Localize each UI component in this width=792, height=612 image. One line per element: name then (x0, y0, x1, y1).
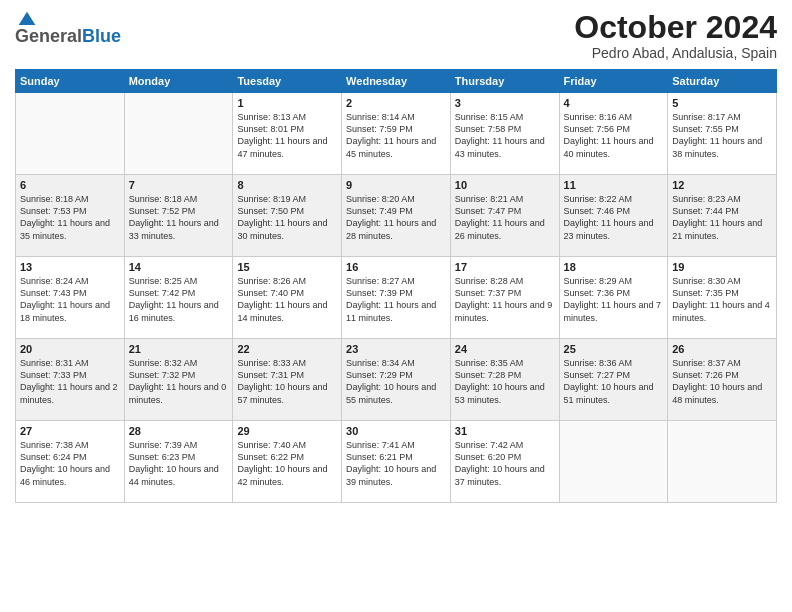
day-number: 31 (455, 425, 555, 437)
calendar-header-thursday: Thursday (450, 70, 559, 93)
logo: General Blue (15, 10, 121, 47)
day-info: Sunrise: 8:17 AMSunset: 7:55 PMDaylight:… (672, 111, 772, 160)
day-info: Sunrise: 7:38 AMSunset: 6:24 PMDaylight:… (20, 439, 120, 488)
day-info: Sunrise: 7:40 AMSunset: 6:22 PMDaylight:… (237, 439, 337, 488)
day-info: Sunrise: 7:42 AMSunset: 6:20 PMDaylight:… (455, 439, 555, 488)
day-info: Sunrise: 8:32 AMSunset: 7:32 PMDaylight:… (129, 357, 229, 406)
calendar-cell-day-24: 24Sunrise: 8:35 AMSunset: 7:28 PMDayligh… (450, 339, 559, 421)
calendar-cell-day-17: 17Sunrise: 8:28 AMSunset: 7:37 PMDayligh… (450, 257, 559, 339)
calendar-header-row: SundayMondayTuesdayWednesdayThursdayFrid… (16, 70, 777, 93)
calendar-cell-day-22: 22Sunrise: 8:33 AMSunset: 7:31 PMDayligh… (233, 339, 342, 421)
day-number: 14 (129, 261, 229, 273)
calendar-cell-day-10: 10Sunrise: 8:21 AMSunset: 7:47 PMDayligh… (450, 175, 559, 257)
header: General Blue October 2024 Pedro Abad, An… (15, 10, 777, 61)
calendar-cell-day-4: 4Sunrise: 8:16 AMSunset: 7:56 PMDaylight… (559, 93, 668, 175)
location: Pedro Abad, Andalusia, Spain (574, 45, 777, 61)
page: General Blue October 2024 Pedro Abad, An… (0, 0, 792, 612)
day-number: 30 (346, 425, 446, 437)
day-info: Sunrise: 8:18 AMSunset: 7:52 PMDaylight:… (129, 193, 229, 242)
calendar-cell-day-28: 28Sunrise: 7:39 AMSunset: 6:23 PMDayligh… (124, 421, 233, 503)
day-info: Sunrise: 8:20 AMSunset: 7:49 PMDaylight:… (346, 193, 446, 242)
calendar-cell-day-31: 31Sunrise: 7:42 AMSunset: 6:20 PMDayligh… (450, 421, 559, 503)
calendar-header-sunday: Sunday (16, 70, 125, 93)
calendar-cell-day-16: 16Sunrise: 8:27 AMSunset: 7:39 PMDayligh… (342, 257, 451, 339)
day-info: Sunrise: 8:35 AMSunset: 7:28 PMDaylight:… (455, 357, 555, 406)
day-info: Sunrise: 8:18 AMSunset: 7:53 PMDaylight:… (20, 193, 120, 242)
calendar-cell-day-15: 15Sunrise: 8:26 AMSunset: 7:40 PMDayligh… (233, 257, 342, 339)
calendar-cell-day-19: 19Sunrise: 8:30 AMSunset: 7:35 PMDayligh… (668, 257, 777, 339)
day-info: Sunrise: 7:39 AMSunset: 6:23 PMDaylight:… (129, 439, 229, 488)
calendar-cell-day-20: 20Sunrise: 8:31 AMSunset: 7:33 PMDayligh… (16, 339, 125, 421)
calendar-cell-day-9: 9Sunrise: 8:20 AMSunset: 7:49 PMDaylight… (342, 175, 451, 257)
day-info: Sunrise: 8:33 AMSunset: 7:31 PMDaylight:… (237, 357, 337, 406)
calendar-cell-day-5: 5Sunrise: 8:17 AMSunset: 7:55 PMDaylight… (668, 93, 777, 175)
day-info: Sunrise: 8:34 AMSunset: 7:29 PMDaylight:… (346, 357, 446, 406)
logo-general-label: General (15, 26, 82, 47)
day-number: 9 (346, 179, 446, 191)
day-info: Sunrise: 8:19 AMSunset: 7:50 PMDaylight:… (237, 193, 337, 242)
day-number: 3 (455, 97, 555, 109)
calendar-cell-day-1: 1Sunrise: 8:13 AMSunset: 8:01 PMDaylight… (233, 93, 342, 175)
day-info: Sunrise: 8:24 AMSunset: 7:43 PMDaylight:… (20, 275, 120, 324)
day-number: 27 (20, 425, 120, 437)
calendar-cell-day-26: 26Sunrise: 8:37 AMSunset: 7:26 PMDayligh… (668, 339, 777, 421)
calendar-cell-day-25: 25Sunrise: 8:36 AMSunset: 7:27 PMDayligh… (559, 339, 668, 421)
calendar-cell-day-7: 7Sunrise: 8:18 AMSunset: 7:52 PMDaylight… (124, 175, 233, 257)
day-number: 17 (455, 261, 555, 273)
day-number: 29 (237, 425, 337, 437)
calendar-cell-empty (668, 421, 777, 503)
day-number: 2 (346, 97, 446, 109)
day-number: 6 (20, 179, 120, 191)
day-info: Sunrise: 8:21 AMSunset: 7:47 PMDaylight:… (455, 193, 555, 242)
calendar-cell-empty (16, 93, 125, 175)
day-number: 23 (346, 343, 446, 355)
calendar: SundayMondayTuesdayWednesdayThursdayFrid… (15, 69, 777, 503)
calendar-cell-day-3: 3Sunrise: 8:15 AMSunset: 7:58 PMDaylight… (450, 93, 559, 175)
calendar-header-friday: Friday (559, 70, 668, 93)
day-info: Sunrise: 8:13 AMSunset: 8:01 PMDaylight:… (237, 111, 337, 160)
day-number: 1 (237, 97, 337, 109)
calendar-header-wednesday: Wednesday (342, 70, 451, 93)
day-number: 15 (237, 261, 337, 273)
day-info: Sunrise: 8:25 AMSunset: 7:42 PMDaylight:… (129, 275, 229, 324)
day-number: 21 (129, 343, 229, 355)
calendar-cell-day-6: 6Sunrise: 8:18 AMSunset: 7:53 PMDaylight… (16, 175, 125, 257)
calendar-week-row: 13Sunrise: 8:24 AMSunset: 7:43 PMDayligh… (16, 257, 777, 339)
day-info: Sunrise: 8:31 AMSunset: 7:33 PMDaylight:… (20, 357, 120, 406)
day-info: Sunrise: 8:26 AMSunset: 7:40 PMDaylight:… (237, 275, 337, 324)
day-number: 28 (129, 425, 229, 437)
day-info: Sunrise: 8:15 AMSunset: 7:58 PMDaylight:… (455, 111, 555, 160)
day-number: 24 (455, 343, 555, 355)
day-info: Sunrise: 8:30 AMSunset: 7:35 PMDaylight:… (672, 275, 772, 324)
calendar-week-row: 27Sunrise: 7:38 AMSunset: 6:24 PMDayligh… (16, 421, 777, 503)
day-number: 25 (564, 343, 664, 355)
day-info: Sunrise: 8:37 AMSunset: 7:26 PMDaylight:… (672, 357, 772, 406)
day-number: 4 (564, 97, 664, 109)
day-number: 8 (237, 179, 337, 191)
calendar-cell-day-13: 13Sunrise: 8:24 AMSunset: 7:43 PMDayligh… (16, 257, 125, 339)
day-number: 11 (564, 179, 664, 191)
title-block: October 2024 Pedro Abad, Andalusia, Spai… (574, 10, 777, 61)
day-number: 16 (346, 261, 446, 273)
calendar-cell-day-11: 11Sunrise: 8:22 AMSunset: 7:46 PMDayligh… (559, 175, 668, 257)
logo-blue-label: Blue (82, 26, 121, 47)
day-info: Sunrise: 8:22 AMSunset: 7:46 PMDaylight:… (564, 193, 664, 242)
svg-marker-0 (19, 12, 36, 25)
calendar-cell-empty (559, 421, 668, 503)
day-number: 12 (672, 179, 772, 191)
day-number: 20 (20, 343, 120, 355)
calendar-header-tuesday: Tuesday (233, 70, 342, 93)
day-number: 18 (564, 261, 664, 273)
calendar-cell-day-2: 2Sunrise: 8:14 AMSunset: 7:59 PMDaylight… (342, 93, 451, 175)
day-info: Sunrise: 8:28 AMSunset: 7:37 PMDaylight:… (455, 275, 555, 324)
month-title: October 2024 (574, 10, 777, 45)
day-info: Sunrise: 8:23 AMSunset: 7:44 PMDaylight:… (672, 193, 772, 242)
calendar-week-row: 6Sunrise: 8:18 AMSunset: 7:53 PMDaylight… (16, 175, 777, 257)
calendar-cell-empty (124, 93, 233, 175)
calendar-cell-day-27: 27Sunrise: 7:38 AMSunset: 6:24 PMDayligh… (16, 421, 125, 503)
day-info: Sunrise: 8:14 AMSunset: 7:59 PMDaylight:… (346, 111, 446, 160)
day-info: Sunrise: 8:29 AMSunset: 7:36 PMDaylight:… (564, 275, 664, 324)
day-number: 5 (672, 97, 772, 109)
day-info: Sunrise: 8:27 AMSunset: 7:39 PMDaylight:… (346, 275, 446, 324)
day-number: 13 (20, 261, 120, 273)
